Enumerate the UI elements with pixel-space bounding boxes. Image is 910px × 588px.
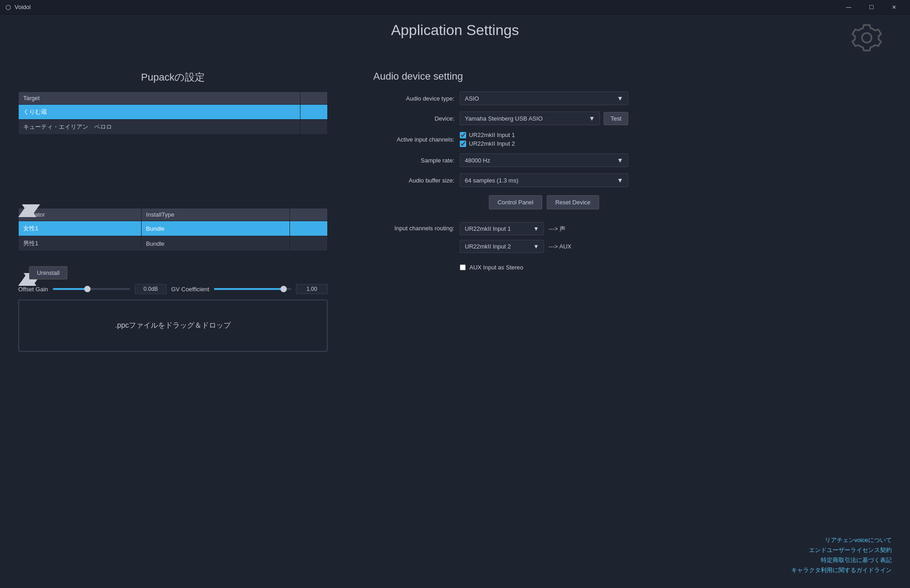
routing-dropdown-arrow-icon: ▼: [533, 225, 539, 232]
audio-buffer-size-label: Audio buffer size:: [373, 177, 460, 184]
offset-gain-fill: [53, 288, 88, 290]
gv-thumb[interactable]: [280, 286, 287, 292]
routing-dest-label: ---> AUX: [549, 243, 571, 250]
app-title: Voidol: [15, 4, 31, 10]
list-item[interactable]: 女性1Bundle: [19, 221, 328, 236]
test-button[interactable]: Test: [604, 112, 628, 125]
maximize-button[interactable]: ☐: [861, 0, 882, 15]
page-title: Application Settings: [391, 22, 519, 39]
active-input-channels-row: Active input channels: UR22mkII Input 1 …: [373, 132, 628, 147]
device-dropdown[interactable]: Yamaha Steinberg USB ASIO ▼: [460, 112, 600, 125]
offset-gain-thumb[interactable]: [84, 286, 91, 292]
narrator-cell: 男性1: [19, 236, 142, 251]
narrator-cell: 女性1: [19, 221, 142, 236]
active-input-channels-label: Active input channels:: [373, 136, 460, 143]
audio-device-type-control: ASIO ▼: [460, 91, 628, 105]
target-cell: くりむ蔵: [19, 105, 300, 120]
routing-source-dropdown[interactable]: UR22mkII Input 2 ▼: [460, 240, 544, 253]
input-channel-label: UR22mkII Input 1: [469, 132, 515, 138]
narrator-col-extra: [290, 208, 328, 221]
device-buttons-row: Control Panel Reset Device: [373, 193, 628, 216]
extra-cell: [300, 105, 327, 120]
offset-gain-track[interactable]: [53, 288, 130, 290]
drop-zone-text: .ppcファイルをドラッグ＆ドロップ: [115, 321, 231, 330]
footer-link[interactable]: キャラクタ利用に関するガイドライン: [791, 566, 892, 574]
install-type-cell: Bundle: [141, 236, 290, 251]
offset-gain-value: 0.0dB: [135, 284, 167, 294]
device-control: Yamaha Steinberg USB ASIO ▼ Test: [460, 112, 628, 125]
device-label: Device:: [373, 115, 460, 122]
page-header: Application Settings: [391, 22, 519, 39]
aux-stereo-control: AUX Input as Stereo: [460, 259, 628, 271]
routing-source-value: UR22mkII Input 2: [465, 243, 511, 250]
window-controls: — ☐ ✕: [838, 0, 905, 15]
audio-section-title: Audio device setting: [373, 71, 628, 82]
table-row[interactable]: キューティ・エイリアン ベロロ: [19, 120, 328, 135]
aux-stereo-checkbox[interactable]: [460, 264, 466, 270]
gear-icon-wrapper: [851, 22, 883, 55]
minimize-button[interactable]: —: [838, 0, 859, 15]
gv-track[interactable]: [214, 288, 291, 290]
aux-stereo-row: AUX Input as Stereo: [373, 259, 628, 271]
app-title-area: ⬡ Voidol: [5, 4, 31, 11]
input-routing-control: UR22mkII Input 1 ▼ ---> 声 UR22mkII Input…: [460, 222, 628, 253]
narrator-bottom-controls: Uninstall: [18, 266, 328, 279]
installtype-col-header: InstallType: [141, 208, 290, 221]
target-col-header: Target: [19, 92, 300, 105]
aux-stereo-row-inner: AUX Input as Stereo: [460, 264, 628, 271]
input-channel-checkbox[interactable]: [460, 141, 466, 147]
aux-stereo-label: AUX Input as Stereo: [469, 264, 524, 271]
reset-device-button[interactable]: Reset Device: [547, 195, 599, 209]
close-button[interactable]: ✕: [884, 0, 905, 15]
routing-group: UR22mkII Input 1 ▼ ---> 声 UR22mkII Input…: [460, 222, 628, 253]
device-dropdown-arrow-icon: ▼: [589, 115, 595, 122]
audio-buffer-size-control: 64 samples (1.3 ms) ▼: [460, 173, 628, 187]
control-panel-button[interactable]: Control Panel: [489, 195, 542, 209]
device-row: Device: Yamaha Steinberg USB ASIO ▼ Test: [373, 112, 628, 125]
audio-buffer-size-dropdown[interactable]: 64 samples (1.3 ms) ▼: [460, 173, 628, 187]
audio-buffer-size-arrow-icon: ▼: [617, 177, 623, 184]
routing-source-dropdown[interactable]: UR22mkII Input 1 ▼: [460, 222, 544, 235]
input-channel-checkbox[interactable]: [460, 132, 466, 138]
audio-device-type-value: ASIO: [465, 95, 479, 102]
routing-dest-label: ---> 声: [549, 225, 565, 233]
right-panel: Audio device setting Audio device type: …: [373, 71, 628, 277]
gv-value: 1.00: [296, 284, 328, 294]
sliders-row: Offset Gain 0.0dB GV Coefficient 1.00: [18, 284, 328, 294]
routing-source-value: UR22mkII Input 1: [465, 225, 511, 232]
audio-buffer-size-value: 64 samples (1.3 ms): [465, 177, 519, 184]
offset-gain-label: Offset Gain: [18, 286, 48, 293]
audio-device-type-row: Audio device type: ASIO ▼: [373, 91, 628, 105]
gv-fill: [214, 288, 284, 290]
left-panel: Pupackの設定 Target くりむ蔵キューティ・エイリアン ベロロ: [18, 71, 328, 352]
input-routing-label: Input channels routing:: [373, 222, 460, 232]
drop-zone[interactable]: .ppcファイルをドラッグ＆ドロップ: [18, 299, 328, 352]
table-row[interactable]: くりむ蔵: [19, 105, 328, 120]
title-bar: ⬡ Voidol — ☐ ✕: [0, 0, 910, 15]
narrator-table-container: Narrator InstallType 女性1Bundle男性1Bundle: [18, 208, 328, 263]
target-table: Target くりむ蔵キューティ・エイリアン ベロロ: [18, 91, 328, 135]
gear-icon: [851, 22, 883, 54]
footer-links: リアチェンvoiceについてエンドユーザーライセンス契約特定商取引法に基づく表記…: [791, 536, 892, 574]
input-channel-item: UR22mkII Input 2: [460, 140, 628, 147]
audio-device-type-dropdown[interactable]: ASIO ▼: [460, 91, 628, 105]
narrator-extra-cell: [290, 236, 328, 251]
active-input-channels-control: UR22mkII Input 1 UR22mkII Input 2: [460, 132, 628, 147]
footer-link[interactable]: 特定商取引法に基づく表記: [791, 556, 892, 564]
sample-rate-label: Sample rate:: [373, 157, 460, 164]
target-col-extra: [300, 92, 327, 105]
uninstall-button[interactable]: Uninstall: [29, 266, 67, 279]
target-table-container: Target くりむ蔵キューティ・エイリアン ベロロ: [18, 91, 328, 201]
audio-device-type-label: Audio device type:: [373, 95, 460, 102]
install-type-cell: Bundle: [141, 221, 290, 236]
device-buttons-control: Control Panel Reset Device: [460, 193, 628, 216]
list-item[interactable]: 男性1Bundle: [19, 236, 328, 251]
app-icon: ⬡: [5, 4, 11, 11]
pupack-section-title: Pupackの設定: [18, 71, 328, 84]
footer-link[interactable]: エンドユーザーライセンス契約: [791, 546, 892, 554]
routing-item: UR22mkII Input 1 ▼ ---> 声: [460, 222, 628, 235]
sample-rate-control: 48000 Hz ▼: [460, 153, 628, 167]
footer-link[interactable]: リアチェンvoiceについて: [791, 536, 892, 544]
sample-rate-value: 48000 Hz: [465, 157, 490, 164]
sample-rate-dropdown[interactable]: 48000 Hz ▼: [460, 153, 628, 167]
